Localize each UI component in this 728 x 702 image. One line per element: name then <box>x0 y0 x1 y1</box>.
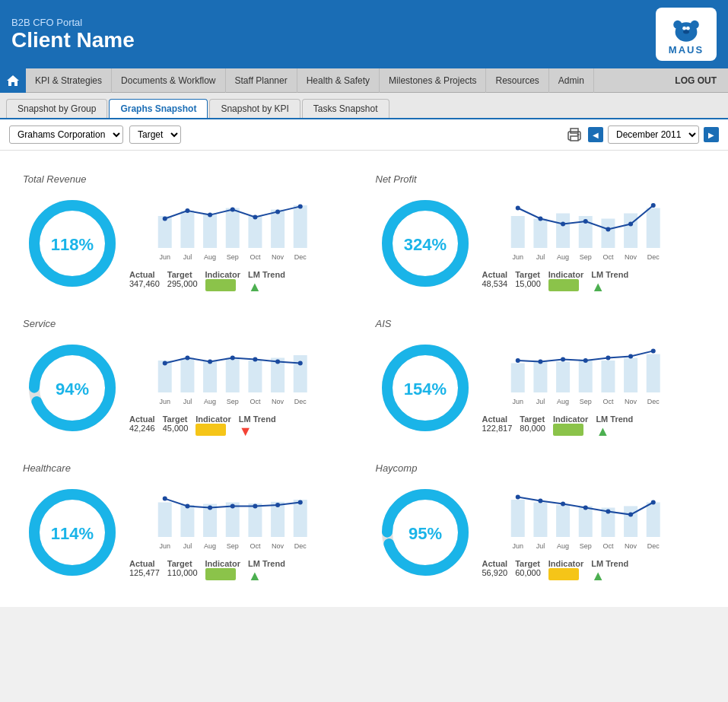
main-content: Total Revenue 118% JunJulAugSepOctNovDec… <box>0 151 728 607</box>
svg-text:Aug: Aug <box>557 253 569 261</box>
stats-row-4: Actual 125,477 Target 110,000 Indicator … <box>129 559 353 584</box>
svg-text:Dec: Dec <box>294 398 307 405</box>
kpi-title-2: Service <box>23 318 353 329</box>
mini-chart: JunJulAugSepOctNovDec <box>129 191 353 263</box>
svg-point-26 <box>253 214 257 219</box>
stat-actual-3: Actual 122,817 <box>482 415 513 433</box>
tab-graphs-snapshot[interactable]: Graphs Snapshot <box>109 99 208 118</box>
svg-rect-135 <box>510 500 524 537</box>
svg-text:Jul: Jul <box>183 542 192 550</box>
svg-text:Dec: Dec <box>294 253 307 261</box>
kpi-card-5: Haycomp 95% JunJulAugSepOctNovDec Actual… <box>368 455 714 592</box>
svg-point-28 <box>298 204 303 208</box>
logout-button[interactable]: LOG OUT <box>663 68 728 93</box>
chart-container-2: JunJulAugSepOctNovDec Actual 42,246 Targ… <box>129 335 353 440</box>
tab-bar: Snapshot by Group Graphs Snapshot Snapsh… <box>0 93 728 119</box>
svg-point-94 <box>515 358 520 363</box>
next-period-button[interactable]: ▶ <box>704 127 719 142</box>
svg-rect-43 <box>601 219 615 249</box>
svg-text:Aug: Aug <box>204 542 216 550</box>
nav-health[interactable]: Health & Safety <box>297 68 380 93</box>
svg-rect-111 <box>158 503 172 538</box>
svg-point-73 <box>230 356 235 361</box>
svg-point-6 <box>683 30 689 33</box>
mini-chart: JunJulAugSepOctNovDec <box>482 480 706 552</box>
nav-milestones[interactable]: Milestones & Projects <box>380 68 486 93</box>
home-icon <box>6 74 20 87</box>
svg-rect-67 <box>248 361 262 392</box>
svg-point-98 <box>606 356 610 361</box>
trend-arrow-0: ▲ <box>248 279 262 295</box>
kpi-card-3: AIS 154% JunJulAugSepOctNovDec Actual 12… <box>368 310 714 447</box>
svg-point-97 <box>583 358 587 363</box>
donut-2: 94% <box>23 338 122 437</box>
svg-text:Dec: Dec <box>294 542 307 550</box>
type-select[interactable]: Target <box>129 125 181 144</box>
svg-rect-89 <box>556 361 570 392</box>
svg-text:114%: 114% <box>51 524 94 543</box>
client-title: Client Name <box>11 28 135 52</box>
nav-staff[interactable]: Staff Planner <box>226 68 297 93</box>
svg-point-49 <box>583 219 587 224</box>
nav-kpi[interactable]: KPI & Strategies <box>26 68 112 93</box>
svg-rect-19 <box>248 216 262 248</box>
svg-rect-9 <box>571 129 578 133</box>
kpi-body-3: 154% JunJulAugSepOctNovDec Actual 122,81… <box>376 335 706 440</box>
prev-period-button[interactable]: ◀ <box>588 127 603 142</box>
svg-text:Aug: Aug <box>557 542 569 550</box>
donut-5: 95% <box>376 483 475 582</box>
tab-snapshot-kpi[interactable]: Snapshot by KPI <box>209 99 300 118</box>
print-button[interactable] <box>565 125 583 144</box>
stat-trend-5: LM Trend ▲ <box>591 559 628 584</box>
svg-rect-69 <box>294 355 307 392</box>
kpi-title-5: Haycomp <box>376 462 706 474</box>
period-select[interactable]: December 2011 <box>608 125 699 144</box>
logo: MAUS <box>656 8 717 61</box>
svg-text:Jul: Jul <box>536 253 545 261</box>
svg-rect-92 <box>624 358 637 393</box>
svg-point-148 <box>650 500 655 505</box>
svg-text:Jun: Jun <box>512 398 523 405</box>
svg-text:Dec: Dec <box>647 542 660 550</box>
svg-text:Dec: Dec <box>647 253 660 261</box>
svg-point-147 <box>628 513 633 517</box>
mini-chart: JunJulAugSepOctNovDec <box>129 335 353 408</box>
chart-container-3: JunJulAugSepOctNovDec Actual 122,817 Tar… <box>482 335 706 440</box>
svg-point-48 <box>561 222 565 227</box>
nav-resources[interactable]: Resources <box>486 68 548 93</box>
svg-point-4 <box>682 26 686 30</box>
stats-row-2: Actual 42,246 Target 45,000 Indicator LM… <box>129 415 353 440</box>
stat-target-2: Target 45,000 <box>163 415 189 433</box>
svg-rect-112 <box>180 505 194 537</box>
svg-rect-66 <box>226 358 240 393</box>
svg-point-146 <box>606 509 610 513</box>
svg-rect-39 <box>510 216 524 248</box>
kpi-title-3: AIS <box>376 318 706 329</box>
chart-container-5: JunJulAugSepOctNovDec Actual 56,920 Targ… <box>482 480 706 584</box>
svg-text:Jul: Jul <box>536 398 545 405</box>
home-button[interactable] <box>0 68 26 93</box>
svg-text:Jun: Jun <box>512 542 523 550</box>
logo-text: MAUS <box>669 44 704 56</box>
stat-indicator-2: Indicator <box>196 415 230 436</box>
nav-docs[interactable]: Documents & Workflow <box>112 68 225 93</box>
indicator-box-3 <box>553 424 583 436</box>
svg-point-118 <box>163 497 167 501</box>
svg-point-46 <box>515 206 520 211</box>
svg-point-76 <box>298 361 303 366</box>
tab-tasks-snapshot[interactable]: Tasks Snapshot <box>302 99 389 118</box>
indicator-box-4 <box>205 568 236 580</box>
svg-text:Aug: Aug <box>557 398 569 405</box>
svg-rect-137 <box>556 505 570 537</box>
portal-subtitle: B2B CFO Portal <box>11 17 135 28</box>
stat-actual-5: Actual 56,920 <box>482 559 508 577</box>
svg-text:Sep: Sep <box>579 542 591 550</box>
svg-marker-7 <box>7 75 19 86</box>
company-select[interactable]: Grahams Corporation <box>9 125 123 144</box>
svg-point-50 <box>606 227 610 232</box>
donut-4: 114% <box>23 483 122 582</box>
kpi-card-1: Net Profit 324% JunJulAugSepOctNovDec Ac… <box>368 166 714 303</box>
header-left: B2B CFO Portal Client Name <box>11 17 135 52</box>
nav-admin[interactable]: Admin <box>549 68 594 93</box>
tab-snapshot-group[interactable]: Snapshot by Group <box>6 99 107 118</box>
